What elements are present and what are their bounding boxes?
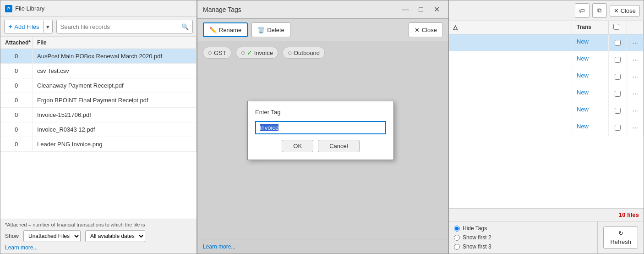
enter-tag-buttons: OK Cancel xyxy=(255,140,386,152)
file-cell: csv Test.csv xyxy=(33,64,196,78)
delete-button[interactable]: 🗑️ Delete xyxy=(251,22,290,37)
table-row[interactable]: 0 csv Test.csv xyxy=(0,64,196,78)
minimize-button[interactable]: — xyxy=(399,3,412,16)
cancel-button[interactable]: Cancel xyxy=(318,140,359,152)
more-cell: ··· xyxy=(627,119,644,136)
trans-row[interactable]: New ··· xyxy=(448,102,644,119)
col-trans: Trans xyxy=(572,21,609,34)
radio-option[interactable] xyxy=(454,244,460,250)
more-button[interactable]: ··· xyxy=(632,38,639,47)
more-cell: ··· xyxy=(627,34,644,51)
table-row[interactable]: 0 Invoice-1521706.pdf xyxy=(0,108,196,122)
new-link[interactable]: New xyxy=(577,55,589,62)
radio-row: Show first 2 xyxy=(454,234,592,241)
attached-cell: 0 xyxy=(0,64,33,78)
trans-row[interactable]: New ··· xyxy=(448,68,644,85)
row-checkbox[interactable] xyxy=(615,74,621,80)
more-button[interactable]: ··· xyxy=(632,123,639,132)
table-row[interactable]: 0 Invoice_R0343 12.pdf xyxy=(0,122,196,137)
radio-label: Hide Tags xyxy=(463,225,487,232)
trans-row[interactable]: New ··· xyxy=(448,85,644,102)
manage-tags-toolbar: ✏️ Rename 🗑️ Delete ✕ Close xyxy=(197,19,448,41)
checkbox-cell xyxy=(609,68,627,85)
enter-tag-input[interactable] xyxy=(255,121,386,134)
row-checkbox[interactable] xyxy=(615,40,621,46)
new-cell: New xyxy=(572,51,609,68)
refresh-button[interactable]: ↻ Refresh xyxy=(603,226,638,248)
close-tags-button[interactable]: ✕ Close xyxy=(409,22,443,37)
table-header: Attached* File xyxy=(0,37,196,49)
ok-button[interactable]: OK xyxy=(282,140,313,152)
learn-more-link[interactable]: Learn more... xyxy=(5,244,38,251)
add-files-dropdown-arrow[interactable]: ▾ xyxy=(44,22,52,32)
trans-row[interactable]: New ··· xyxy=(448,51,644,68)
copy-icon-button[interactable]: ⧉ xyxy=(592,3,607,18)
show-label: Show xyxy=(5,233,19,239)
checkbox-cell xyxy=(609,85,627,102)
attached-cell: 0 xyxy=(0,137,33,151)
trans-header: △ Trans xyxy=(448,21,644,34)
trans-row[interactable]: New ··· xyxy=(448,34,644,51)
table-row[interactable]: 0 AusPost Main POBox Renewal March 2020.… xyxy=(0,49,196,64)
more-button[interactable]: ··· xyxy=(632,55,639,64)
trans-row[interactable]: New ··· xyxy=(448,119,644,136)
radio-label: Show first 2 xyxy=(463,234,491,241)
radio-option[interactable] xyxy=(454,235,460,241)
tag-shape-icon: ◇ xyxy=(208,50,212,56)
footer-controls: Show Unattached Files All Files Attached… xyxy=(5,230,192,242)
rename-label: Rename xyxy=(219,27,241,33)
date-select[interactable]: All available dates xyxy=(85,230,145,242)
dialog-title-buttons: — □ ✕ xyxy=(399,3,443,16)
tag-icon-button[interactable]: 🏷 xyxy=(575,3,589,18)
add-files-label: Add Files xyxy=(14,23,39,30)
search-box[interactable]: 🔍 xyxy=(56,20,193,33)
table-row[interactable]: 0 Ergon BPOINT Final Payment Receipt.pdf xyxy=(0,93,196,108)
refresh-label: Refresh xyxy=(610,238,631,245)
row-checkbox[interactable] xyxy=(615,125,621,131)
checkbox-cell xyxy=(609,51,627,68)
file-library-title: File Library xyxy=(15,5,44,12)
row-checkbox[interactable] xyxy=(615,57,621,63)
new-link[interactable]: New xyxy=(577,38,589,45)
new-link[interactable]: New xyxy=(577,106,589,113)
search-input[interactable] xyxy=(60,23,179,30)
header-checkbox[interactable] xyxy=(613,24,619,30)
maximize-button[interactable]: □ xyxy=(415,3,427,16)
sort-cell xyxy=(448,34,572,51)
radio-panel: Hide Tags Show first 2 Show first 3 xyxy=(448,221,598,254)
table-row[interactable]: 0 Cleanaway Payment Receipt.pdf xyxy=(0,78,196,93)
file-library-toolbar: + Add Files ▾ 🔍 xyxy=(0,17,196,37)
more-button[interactable]: ··· xyxy=(632,72,639,81)
row-checkbox[interactable] xyxy=(615,108,621,114)
new-link[interactable]: New xyxy=(577,89,589,96)
rename-button[interactable]: ✏️ Rename xyxy=(203,22,248,37)
more-cell: ··· xyxy=(627,85,644,102)
new-link[interactable]: New xyxy=(577,123,589,130)
manage-tags-learn-more[interactable]: Learn more... xyxy=(203,243,235,250)
tag-chip[interactable]: ◇GST xyxy=(203,47,231,59)
pencil-icon: ✏️ xyxy=(209,27,217,33)
right-close-label: Close xyxy=(621,7,636,14)
tag-chip[interactable]: ◇✓Invoice xyxy=(236,47,278,59)
attached-cell: 0 xyxy=(0,122,33,137)
right-toolbar: 🏷 ⧉ ✕ Close xyxy=(448,0,644,21)
close-icon: ✕ xyxy=(614,7,619,14)
more-button[interactable]: ··· xyxy=(632,89,639,98)
radio-option[interactable] xyxy=(454,226,460,232)
table-row[interactable]: 0 Leader PNG Invoice.png xyxy=(0,137,196,152)
close-dialog-title-button[interactable]: ✕ xyxy=(430,3,443,16)
show-select[interactable]: Unattached Files All Files Attached File… xyxy=(23,230,81,242)
col-file: File xyxy=(33,37,196,49)
right-close-button[interactable]: ✕ Close xyxy=(610,5,640,17)
more-button[interactable]: ··· xyxy=(632,106,639,115)
tag-chip[interactable]: ◇Outbound xyxy=(283,47,325,59)
attached-cell: 0 xyxy=(0,49,33,63)
file-cell: Ergon BPOINT Final Payment Receipt.pdf xyxy=(33,93,196,107)
new-link[interactable]: New xyxy=(577,72,589,79)
checkbox-cell xyxy=(609,34,627,51)
trash-icon: 🗑️ xyxy=(257,27,265,33)
add-files-main[interactable]: + Add Files xyxy=(5,21,44,33)
sort-icon: △ xyxy=(453,24,458,31)
add-files-button[interactable]: + Add Files ▾ xyxy=(4,20,53,33)
row-checkbox[interactable] xyxy=(615,91,621,97)
